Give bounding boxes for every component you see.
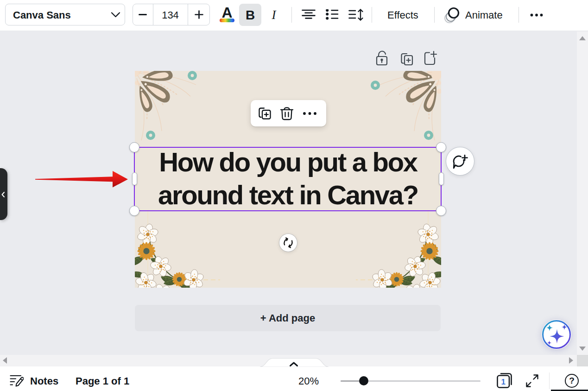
svg-text:1: 1 (501, 378, 505, 386)
